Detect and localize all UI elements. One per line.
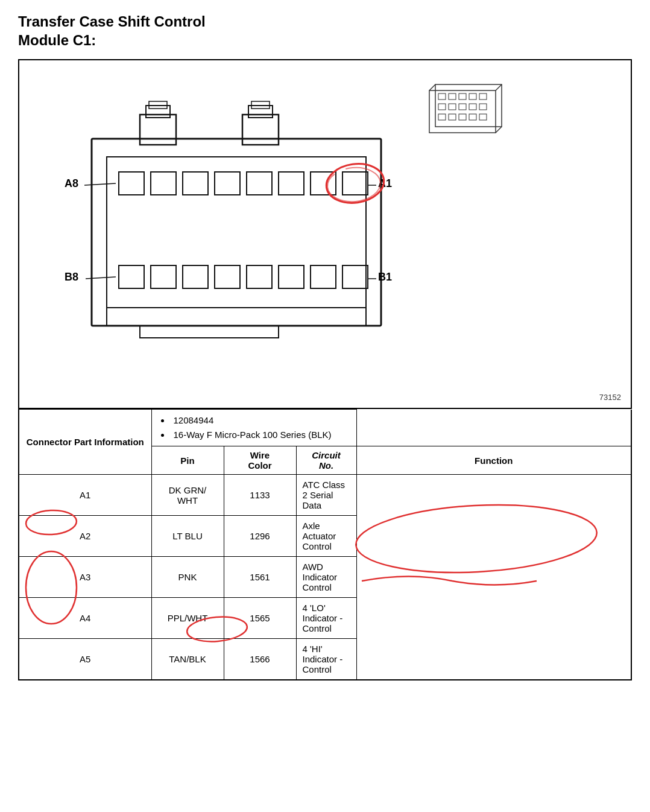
svg-rect-36	[119, 265, 144, 288]
svg-line-47	[86, 277, 116, 279]
wire-color-cell: TAN/BLK	[151, 639, 224, 680]
connector-details: 12084944 16-Way F Micro-Pack 100 Series …	[151, 410, 356, 446]
figure-number: 73152	[599, 393, 621, 402]
svg-rect-25	[248, 106, 273, 118]
svg-rect-9	[479, 94, 487, 100]
svg-rect-10	[438, 104, 446, 110]
wire-color-cell: LT BLU	[151, 516, 224, 557]
svg-rect-22	[146, 106, 170, 118]
svg-rect-15	[438, 114, 446, 120]
svg-rect-33	[279, 172, 304, 195]
svg-line-4	[496, 127, 502, 133]
svg-rect-45	[140, 326, 279, 338]
svg-rect-42	[311, 265, 336, 288]
pin-cell: A2	[19, 516, 151, 557]
circuit-no-cell: 1296	[224, 516, 296, 557]
circuit-no-cell: 1133	[224, 475, 296, 516]
svg-rect-8	[469, 94, 476, 100]
b1-label: B1	[378, 271, 392, 283]
table-row: A2 LT BLU 1296 Axle Actuator Control	[19, 516, 631, 557]
svg-rect-30	[183, 172, 208, 195]
svg-rect-14	[479, 104, 487, 110]
svg-rect-11	[449, 104, 456, 110]
svg-rect-35	[342, 172, 368, 195]
svg-rect-21	[140, 115, 176, 145]
svg-rect-40	[247, 265, 272, 288]
svg-rect-20	[92, 139, 381, 326]
pin-cell: A4	[19, 598, 151, 639]
svg-rect-43	[342, 265, 368, 288]
wire-color-cell: DK GRN/WHT	[151, 475, 224, 516]
wire-color-header: WireColor	[224, 446, 296, 475]
function-cell: Axle Actuator Control	[296, 516, 356, 557]
pin-header: Pin	[151, 446, 224, 475]
connector-table: Connector Part Information 12084944 16-W…	[18, 409, 632, 680]
svg-rect-7	[459, 94, 466, 100]
table-row: A4 PPL/WHT 1565 4 'LO' Indicator - Contr…	[19, 598, 631, 639]
svg-rect-17	[459, 114, 466, 120]
svg-rect-37	[151, 265, 176, 288]
svg-rect-13	[469, 104, 476, 110]
connector-info-row: Connector Part Information 12084944 16-W…	[19, 410, 631, 446]
svg-line-3	[496, 84, 502, 90]
svg-rect-31	[215, 172, 240, 195]
svg-line-2	[429, 84, 435, 90]
connector-svg: A8 B8 A1 B1	[19, 60, 632, 404]
table-row: A3 PNK 1561 AWD Indicator Control	[19, 557, 631, 598]
b8-label: B8	[65, 271, 78, 283]
svg-rect-41	[279, 265, 304, 288]
svg-rect-29	[151, 172, 176, 195]
svg-line-46	[84, 183, 116, 185]
svg-rect-12	[459, 104, 466, 110]
function-cell: 4 'LO' Indicator - Control	[296, 598, 356, 639]
wire-color-cell: PPL/WHT	[151, 598, 224, 639]
svg-rect-16	[449, 114, 456, 120]
function-cell: 4 'HI' Indicator - Control	[296, 639, 356, 680]
svg-rect-18	[469, 114, 476, 120]
pin-cell: A5	[19, 639, 151, 680]
circuit-no-header: CircuitNo.	[296, 446, 356, 475]
function-cell: AWD Indicator Control	[296, 557, 356, 598]
svg-rect-5	[438, 94, 446, 100]
svg-rect-6	[449, 94, 456, 100]
wire-color-cell: PNK	[151, 557, 224, 598]
a8-label: A8	[65, 177, 78, 189]
svg-rect-28	[119, 172, 144, 195]
table-row: A5 TAN/BLK 1566 4 'HI' Indicator - Contr…	[19, 639, 631, 680]
connector-diagram: A8 B8 A1 B1 73152	[18, 59, 632, 409]
circuit-no-cell: 1561	[224, 557, 296, 598]
circuit-no-cell: 1565	[224, 598, 296, 639]
svg-rect-44	[107, 308, 366, 326]
svg-rect-19	[479, 114, 487, 120]
function-cell: ATC Class 2 Serial Data	[296, 475, 356, 516]
table-row: A1 DK GRN/WHT 1133 ATC Class 2 Serial Da…	[19, 475, 631, 516]
connector-info-label: Connector Part Information	[19, 410, 151, 475]
function-header: Function	[356, 446, 631, 475]
pin-cell: A1	[19, 475, 151, 516]
pin-cell: A3	[19, 557, 151, 598]
svg-rect-38	[183, 265, 208, 288]
svg-rect-32	[247, 172, 272, 195]
svg-rect-24	[242, 115, 279, 145]
circuit-no-cell: 1566	[224, 639, 296, 680]
page-title: Transfer Case Shift Control Module C1:	[18, 12, 632, 49]
svg-rect-39	[215, 265, 240, 288]
